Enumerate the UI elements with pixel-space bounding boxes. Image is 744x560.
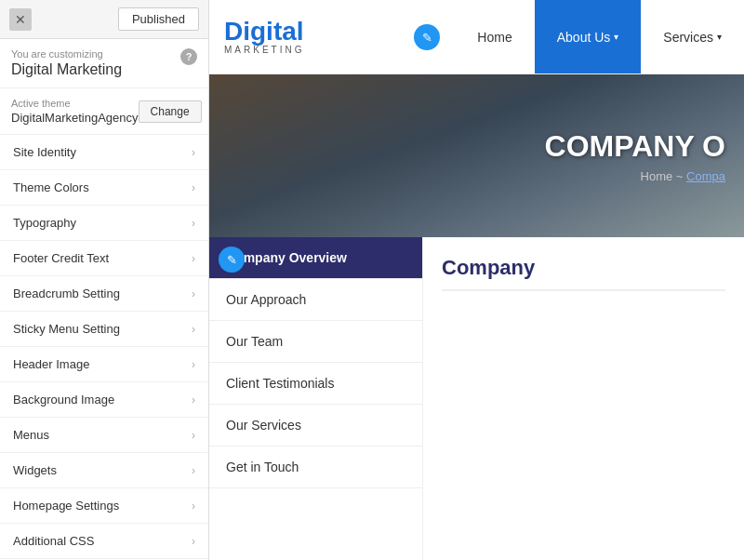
menu-item-label-additional-css: Additional CSS [13,534,94,548]
chevron-icon-header-image: › [192,358,195,371]
chevron-icon-widgets: › [192,464,195,477]
menu-item-typography[interactable]: Typography› [0,206,208,241]
chevron-icon-theme-colors: › [192,181,195,194]
menu-item-label-menus: Menus [13,428,49,442]
menu-item-label-header-image: Header Image [13,357,89,371]
content-nav-item-our-services[interactable]: Our Services [209,405,422,447]
menu-item-header-image[interactable]: Header Image› [0,347,208,382]
nav-link-services[interactable]: Services▾ [641,0,744,73]
preview-panel: Digital MARKETING ✎ HomeAbout Us▾Service… [209,0,744,560]
menu-item-footer-credit-text[interactable]: Footer Credit Text› [0,241,208,276]
menu-item-additional-css[interactable]: Additional CSS› [0,524,208,559]
chevron-icon-site-identity: › [192,146,195,159]
preview-nav: Digital MARKETING ✎ HomeAbout Us▾Service… [209,0,744,74]
customizing-title: Digital Marketing [11,61,122,78]
menu-item-label-widgets: Widgets [13,463,57,477]
chevron-icon-homepage-settings: › [192,500,195,513]
content-main-title: Company [442,256,725,291]
customizing-section: You are customizing Digital Marketing ? [0,39,208,88]
active-theme-info: Active theme DigitalMarketingAgency [11,98,139,125]
nav-link-home[interactable]: Home [455,0,534,73]
menu-item-label-footer-credit-text: Footer Credit Text [13,251,109,265]
nav-caret-about-us: ▾ [614,32,618,42]
change-theme-button[interactable]: Change [139,100,202,123]
hero-title: COMPANY O [545,129,725,164]
edit-sidebar-pencil[interactable]: ✎ [219,247,245,273]
menu-item-label-theme-colors: Theme Colors [13,180,89,194]
hero-breadcrumb: Home ~ Compa [641,169,725,183]
logo-big-text: Digital [224,19,304,45]
chevron-icon-menus: › [192,429,195,442]
content-nav-item-client-testimonials[interactable]: Client Testimonials [209,363,422,405]
active-theme-section: Active theme DigitalMarketingAgency Chan… [0,88,208,135]
logo-small-text: MARKETING [224,45,304,55]
close-button[interactable]: ✕ [9,8,32,31]
nav-caret-services: ▾ [717,32,722,42]
edit-logo-pencil[interactable]: ✎ [414,24,440,50]
chevron-icon-breadcrumb-setting: › [192,287,195,300]
chevron-icon-footer-credit-text: › [192,252,195,265]
chevron-icon-additional-css: › [192,535,195,548]
menu-item-homepage-settings[interactable]: Homepage Settings› [0,488,208,524]
info-icon[interactable]: ? [180,48,197,65]
chevron-icon-typography: › [192,217,195,230]
active-theme-name: DigitalMarketingAgency [11,111,139,125]
chevron-icon-sticky-menu-setting: › [192,323,195,336]
logo-text: Digital MARKETING [224,19,304,55]
preview-content: ✎ Company OverviewOur ApproachOur TeamCl… [209,237,744,560]
menu-item-menus[interactable]: Menus› [0,418,208,453]
menu-item-label-homepage-settings: Homepage Settings [13,499,119,513]
nav-links: HomeAbout Us▾Services▾ [455,0,744,73]
preview-hero: COMPANY O Home ~ Compa [209,74,744,237]
menu-item-label-sticky-menu-setting: Sticky Menu Setting [13,322,120,336]
active-theme-label: Active theme [11,98,139,109]
chevron-icon-background-image: › [192,393,195,407]
content-sidebar: ✎ Company OverviewOur ApproachOur TeamCl… [209,237,423,560]
content-nav-item-get-in-touch[interactable]: Get in Touch [209,447,422,488]
nav-link-label-about-us: About Us [557,30,611,45]
logo-digital: Digital [224,17,304,46]
menu-item-sticky-menu-setting[interactable]: Sticky Menu Setting› [0,312,208,347]
menu-item-label-typography: Typography [13,216,76,230]
menu-item-widgets[interactable]: Widgets› [0,453,208,488]
logo: Digital MARKETING [209,0,319,73]
menu-item-breadcrumb-setting[interactable]: Breadcrumb Setting› [0,276,208,312]
nav-link-label-services: Services [663,30,713,45]
nav-link-label-home: Home [477,30,512,45]
nav-link-about-us[interactable]: About Us▾ [535,0,642,73]
menu-item-label-site-identity: Site Identity [13,145,76,159]
menu-item-theme-colors[interactable]: Theme Colors› [0,170,208,206]
customizer-panel: ✕ Published You are customizing Digital … [0,0,209,560]
customizing-label: You are customizing [11,48,122,60]
content-nav-item-our-approach[interactable]: Our Approach [209,279,422,321]
menu-item-label-breadcrumb-setting: Breadcrumb Setting [13,287,120,300]
content-nav-item-our-team[interactable]: Our Team [209,321,422,363]
menu-item-site-identity[interactable]: Site Identity› [0,135,208,170]
content-main: Company [423,237,744,560]
panel-header: ✕ Published [0,0,208,39]
breadcrumb-link[interactable]: Compa [686,169,725,183]
menu-list: Site Identity›Theme Colors›Typography›Fo… [0,135,208,560]
publish-button[interactable]: Published [118,7,199,31]
content-nav-items: Company OverviewOur ApproachOur TeamClie… [209,237,422,488]
menu-item-background-image[interactable]: Background Image› [0,382,208,418]
breadcrumb-prefix: Home ~ [641,169,684,183]
menu-item-label-background-image: Background Image [13,393,114,407]
